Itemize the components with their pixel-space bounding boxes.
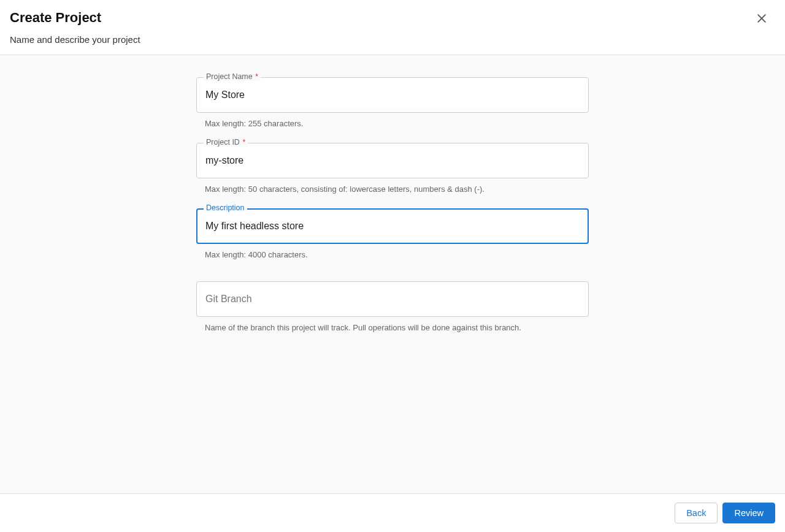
project-name-label-text: Project Name: [206, 72, 253, 81]
close-button[interactable]: [753, 10, 770, 27]
back-button[interactable]: Back: [675, 503, 718, 523]
project-name-group: Project Name *: [196, 77, 589, 113]
project-id-group: Project ID *: [196, 143, 589, 178]
git-branch-helper: Name of the branch this project will tra…: [205, 323, 589, 332]
project-id-helper: Max length: 50 characters, consisting of…: [205, 184, 589, 194]
git-branch-group: [196, 281, 589, 317]
project-name-helper: Max length: 255 characters.: [205, 119, 589, 128]
project-id-label-text: Project ID: [206, 138, 240, 146]
description-label-text: Description: [206, 203, 245, 212]
form-area: Project Name * Max length: 255 character…: [0, 55, 785, 493]
project-id-label: Project ID *: [204, 138, 248, 146]
spacer: [196, 274, 589, 281]
description-input[interactable]: [196, 208, 589, 244]
description-label: Description: [204, 203, 247, 212]
dialog-header: Create Project Name and describe your pr…: [0, 0, 785, 55]
review-button[interactable]: Review: [722, 503, 775, 523]
dialog-subtitle: Name and describe your project: [10, 34, 140, 45]
required-marker: *: [242, 138, 245, 146]
close-icon: [756, 12, 768, 25]
project-id-input[interactable]: [196, 143, 589, 178]
project-name-label: Project Name *: [204, 72, 261, 81]
description-group: Description: [196, 208, 589, 244]
project-name-input[interactable]: [196, 77, 589, 113]
dialog-title: Create Project: [10, 10, 140, 26]
git-branch-input[interactable]: [196, 281, 589, 317]
header-text: Create Project Name and describe your pr…: [10, 10, 140, 45]
description-helper: Max length: 4000 characters.: [205, 250, 589, 259]
form-inner: Project Name * Max length: 255 character…: [196, 77, 589, 332]
dialog-footer: Back Review: [0, 493, 785, 532]
required-marker: *: [255, 72, 258, 81]
